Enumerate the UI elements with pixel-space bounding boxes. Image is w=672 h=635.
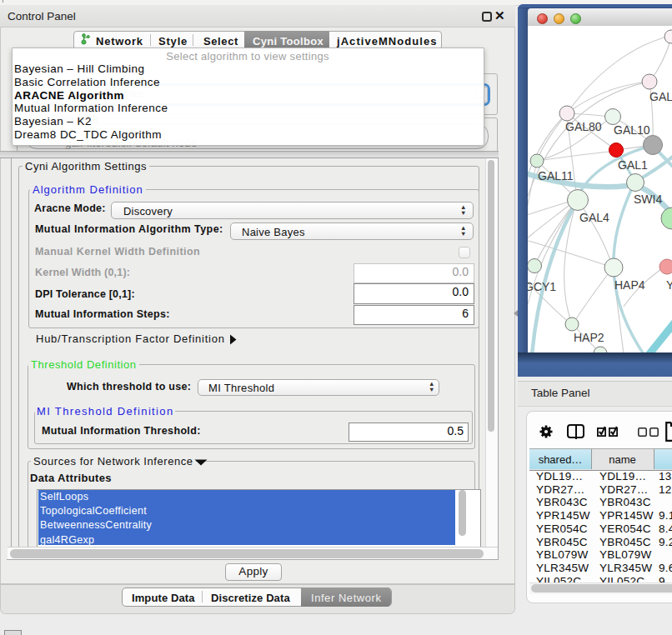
svg-text:HAP2: HAP2 bbox=[574, 331, 604, 344]
svg-text:GAL80: GAL80 bbox=[565, 120, 602, 133]
svg-text:HAP4: HAP4 bbox=[614, 278, 645, 292]
svg-text:GAL1: GAL1 bbox=[618, 158, 648, 172]
svg-text:GAL4: GAL4 bbox=[579, 211, 609, 224]
svg-text:Y: Y bbox=[666, 278, 672, 292]
svg-text:GAL: GAL bbox=[649, 90, 672, 103]
svg-text:GAL11: GAL11 bbox=[538, 169, 574, 182]
svg-text:GAL10: GAL10 bbox=[614, 123, 650, 137]
svg-text:SWI4: SWI4 bbox=[634, 192, 662, 206]
svg-text:GCY1: GCY1 bbox=[528, 280, 556, 293]
